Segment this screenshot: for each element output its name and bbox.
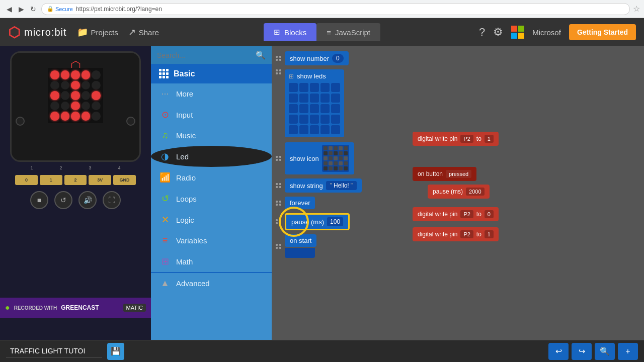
sidebar-item-logic[interactable]: ✕ Logic xyxy=(151,209,272,230)
forever-btn[interactable]: forever xyxy=(285,197,315,209)
on-start-block[interactable]: on start xyxy=(276,234,393,258)
ws-block-1[interactable]: digital write pin P2 to 1 xyxy=(413,132,499,146)
led-3-4 xyxy=(92,102,101,111)
sidebar-item-math[interactable]: ⊞ Math xyxy=(151,251,272,272)
input-label: Input xyxy=(176,111,193,119)
show-number-label: show number xyxy=(290,55,329,62)
search-icon[interactable]: 🔍 xyxy=(256,50,266,60)
share-nav[interactable]: ↗ Share xyxy=(128,27,159,38)
sl-20 xyxy=(289,125,298,134)
restart-button[interactable]: ↺ xyxy=(54,191,72,209)
led-3-3 xyxy=(82,102,91,111)
ws-block-2-label: on button xyxy=(418,170,443,177)
ic-4 xyxy=(344,146,348,150)
projects-nav[interactable]: 📁 Projects xyxy=(77,27,118,38)
recording-badge: ● RECORDED WITH GREENCAST MATIC xyxy=(0,298,151,318)
basic-category[interactable]: Basic xyxy=(151,64,272,83)
sl-23 xyxy=(320,125,330,134)
header-right: ? ⚙ Microsof Getting Started xyxy=(479,24,636,40)
sidebar-item-radio[interactable]: 📶 Radio xyxy=(151,167,272,188)
stop-button[interactable]: ■ xyxy=(30,191,48,209)
ic-20 xyxy=(324,166,328,170)
pause-btn[interactable]: pause (ms) 100 xyxy=(285,213,350,230)
audio-button[interactable]: 🔊 xyxy=(78,191,97,209)
zoom-out-button[interactable]: + xyxy=(618,343,638,360)
logo: ⬡ micro:bit xyxy=(8,24,67,41)
show-leds-block-container[interactable]: ⊞ show leds xyxy=(276,69,393,137)
ws-block-2[interactable]: on button pressed xyxy=(413,167,476,181)
on-start-handle xyxy=(276,244,282,249)
input-icon: ⊙ xyxy=(159,109,171,120)
save-button[interactable]: 💾 xyxy=(107,343,124,360)
ws-block-2-value: pressed xyxy=(446,170,471,178)
back-button[interactable]: ◀ xyxy=(4,4,14,14)
sidebar-item-led[interactable]: ◑ Led xyxy=(151,146,272,167)
sl-0 xyxy=(289,83,298,92)
ic-18 xyxy=(339,161,343,165)
sl-19 xyxy=(331,115,340,124)
javascript-tab[interactable]: ≡ JavaScript xyxy=(316,23,380,41)
led-2-3 xyxy=(82,91,91,100)
sidebar-item-more[interactable]: ··· More xyxy=(151,83,272,104)
show-icon-block[interactable]: show icon xyxy=(276,142,393,174)
sl-14 xyxy=(331,104,340,113)
undo-button[interactable]: ↩ xyxy=(548,343,569,360)
sidebar-item-loops[interactable]: ↺ Loops xyxy=(151,188,272,209)
forever-block[interactable]: forever xyxy=(276,197,393,209)
ws-block-5[interactable]: digital write pin P2 to 1 xyxy=(413,227,499,241)
forward-button[interactable]: ▶ xyxy=(16,4,26,14)
ic-19 xyxy=(344,161,348,165)
ws-block-4[interactable]: digital write pin P2 to 0 xyxy=(413,207,499,221)
advanced-icon: ▲ xyxy=(159,278,171,289)
ic-1 xyxy=(329,146,333,150)
show-icon-btn[interactable]: show icon xyxy=(285,142,354,174)
project-name-input[interactable] xyxy=(6,345,102,357)
show-number-btn[interactable]: show number 0 xyxy=(285,51,349,65)
getting-started-button[interactable]: Getting Started xyxy=(569,24,636,40)
mode-tabs: ⊞ Blocks ≡ JavaScript xyxy=(264,23,380,41)
ws-block-3[interactable]: pause (ms) 2000 xyxy=(428,185,490,199)
zoom-in-button[interactable]: 🔍 xyxy=(595,343,615,360)
settings-button[interactable]: ⚙ xyxy=(493,26,503,39)
redo-button[interactable]: ↪ xyxy=(572,343,592,360)
string-content: Hello! xyxy=(334,182,349,189)
refresh-button[interactable]: ↻ xyxy=(28,4,38,14)
button-a[interactable] xyxy=(16,117,25,126)
pin-gnd: GND xyxy=(113,175,136,185)
forever-label: forever xyxy=(290,199,310,207)
sl-16 xyxy=(299,115,308,124)
help-button[interactable]: ? xyxy=(479,26,485,39)
sidebar-item-input[interactable]: ⊙ Input xyxy=(151,104,272,125)
led-icon: ◑ xyxy=(159,151,171,162)
pause-block[interactable]: pause (ms) 100 xyxy=(276,213,393,230)
show-string-btn[interactable]: show string " Hello! " xyxy=(285,178,362,193)
bookmark-icon[interactable]: ☆ xyxy=(633,4,640,14)
fullscreen-button[interactable]: ⛶ xyxy=(103,191,121,209)
ms-text: Microsof xyxy=(532,28,561,37)
button-b[interactable] xyxy=(126,117,135,126)
ms-blue-square xyxy=(511,33,517,39)
search-input[interactable] xyxy=(157,51,252,59)
led-0-1 xyxy=(61,70,70,79)
show-string-block[interactable]: show string " Hello! " xyxy=(276,178,393,193)
show-leds-btn[interactable]: ⊞ show leds xyxy=(285,69,344,137)
ic-24 xyxy=(344,166,348,170)
pin-label-1: 1 xyxy=(30,165,33,170)
led-1-2 xyxy=(71,81,80,90)
sidebar-item-variables[interactable]: ≡ Variables xyxy=(151,230,272,251)
ms-squares-grid xyxy=(511,26,524,39)
sidebar-item-advanced[interactable]: ▲ Advanced xyxy=(151,272,272,294)
sidebar-item-music[interactable]: ♫ Music xyxy=(151,125,272,146)
ws-block-5-to: to xyxy=(476,231,481,238)
pin-labels: 1 2 3 4 xyxy=(15,162,136,174)
show-leds-grid xyxy=(289,83,340,134)
address-bar[interactable]: 🔒 Secure https://pxt.microbit.org/?lang=… xyxy=(41,3,630,15)
main-layout: ⬡ xyxy=(0,46,644,340)
on-start-btn[interactable]: on start xyxy=(285,234,316,247)
show-number-block[interactable]: show number 0 xyxy=(276,51,393,65)
sl-1 xyxy=(299,83,308,92)
blocks-tab[interactable]: ⊞ Blocks xyxy=(264,23,316,41)
ic-16 xyxy=(329,161,333,165)
ws-block-5-pin: P2 xyxy=(460,230,473,238)
pin-label-2: 2 xyxy=(59,165,62,170)
